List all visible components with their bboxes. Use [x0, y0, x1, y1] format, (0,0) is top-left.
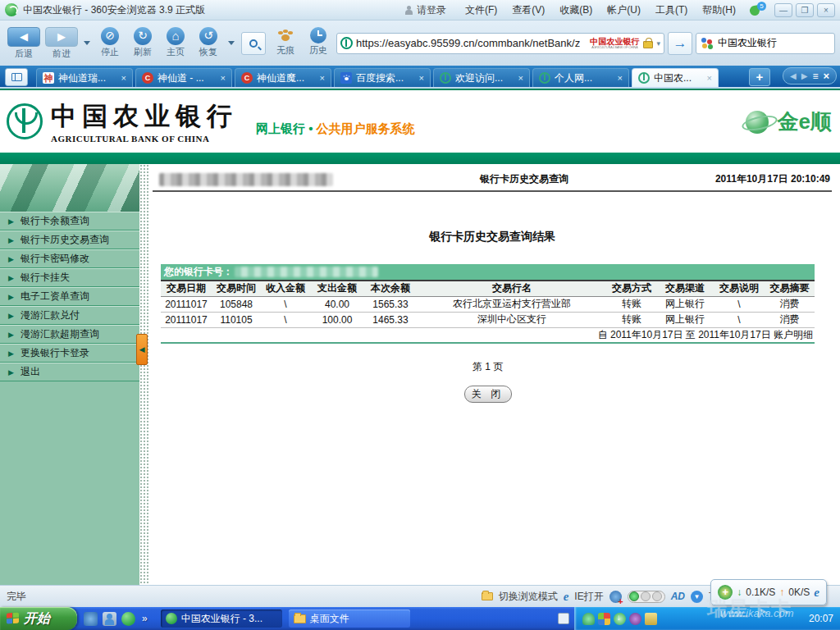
- download-speed-icon: ↓: [737, 587, 742, 598]
- task-360-icon: [166, 613, 177, 624]
- green-divider: [0, 153, 840, 164]
- arrow-icon: ▶: [8, 349, 14, 358]
- download-arrow-icon[interactable]: ▼: [691, 591, 703, 603]
- new-tab-button[interactable]: +: [749, 68, 770, 86]
- tab-close-icon[interactable]: ×: [419, 73, 424, 83]
- maximize-button[interactable]: ❐: [796, 3, 814, 17]
- language-indicator-icon[interactable]: [558, 613, 569, 624]
- start-button[interactable]: 开始: [0, 607, 77, 630]
- address-bar[interactable]: https://easyabc.95599.cn/commbank/netBan…: [336, 33, 664, 54]
- sidebar-item-card-loss[interactable]: ▶ 银行卡挂失: [0, 268, 139, 287]
- ad-filter-button[interactable]: AD: [671, 591, 685, 602]
- refresh-button[interactable]: ↻ 刷新: [128, 27, 158, 60]
- scroll-tabs-left-icon[interactable]: ◀: [790, 71, 797, 80]
- tab-favicon-icon: [340, 72, 352, 84]
- tray-antivirus-icon[interactable]: [582, 613, 595, 625]
- quick-launch-messenger-icon[interactable]: [103, 612, 116, 626]
- browser-toolbar: ◀ 后退 ▶ 前进 ⊘ 停止 ↻ 刷新 ⌂ 主页 ↺ 恢复 无痕 历史 http…: [0, 21, 840, 66]
- go-button[interactable]: →: [668, 32, 692, 55]
- taskbar-task-browser[interactable]: 中国农业银行 - 3...: [161, 609, 282, 628]
- quick-launch-360-icon[interactable]: [121, 612, 135, 626]
- menu-view[interactable]: 查看(V): [504, 3, 552, 17]
- switch-mode-button[interactable]: 切换浏览模式: [499, 590, 558, 604]
- network-doctor-icon[interactable]: [609, 591, 622, 603]
- sidebar-collapse-button[interactable]: ◀: [136, 334, 148, 365]
- menu-account[interactable]: 帐户(U): [600, 3, 648, 17]
- menu-favorites[interactable]: 收藏(B): [552, 3, 600, 17]
- tab-close-icon[interactable]: ×: [121, 73, 126, 83]
- notification-icon[interactable]: 5: [750, 3, 765, 16]
- sidebar-item-exit[interactable]: ▶ 退出: [0, 363, 139, 381]
- network-speed-popup: + ↓ 0.1K/S ↑ 0K/S e: [710, 579, 827, 605]
- sidebar-item-password-change[interactable]: ▶ 银行卡密码修改: [0, 249, 139, 268]
- home-icon: ⌂: [167, 27, 185, 45]
- sidebar-item-balance-query[interactable]: ▶ 银行卡余额查询: [0, 212, 139, 231]
- taskbar-clock: 20:07: [809, 613, 833, 624]
- arrow-icon: ▶: [8, 255, 14, 263]
- abc-bank-logo-icon: [7, 103, 43, 139]
- find-button[interactable]: [241, 32, 266, 55]
- tab-close-icon[interactable]: ×: [518, 73, 523, 83]
- speed-mode-toggle[interactable]: [628, 591, 665, 603]
- date-range-summary: 自 2011年10月17日 至 2011年10月17日 账户明细: [161, 327, 815, 343]
- sidebar-item-change-card[interactable]: ▶ 更换银行卡登录: [0, 344, 139, 363]
- ie-icon: e: [564, 590, 569, 604]
- close-tab-button[interactable]: ×: [823, 70, 829, 82]
- quick-launch-browser-icon[interactable]: [84, 612, 98, 626]
- stop-button[interactable]: ⊘ 停止: [95, 27, 125, 60]
- forward-button[interactable]: ▶ 前进: [44, 27, 79, 60]
- tab-close-icon[interactable]: ×: [707, 73, 712, 83]
- tab-list-button[interactable]: [5, 68, 28, 86]
- sidebar-item-remit-overdue[interactable]: ▶ 漫游汇款超期查询: [0, 325, 139, 344]
- tab-shenxiandao-2[interactable]: C 神仙道 - ... ×: [135, 68, 232, 87]
- windows-logo-icon: [7, 612, 20, 624]
- tab-close-icon[interactable]: ×: [320, 73, 325, 83]
- menu-help[interactable]: 帮助(H): [695, 3, 743, 17]
- accelerator-icon[interactable]: +: [718, 585, 733, 600]
- tab-close-icon[interactable]: ×: [618, 73, 623, 83]
- sidebar-item-history-query[interactable]: ▶ 银行卡历史交易查询: [0, 231, 139, 249]
- minimize-button[interactable]: —: [774, 3, 792, 17]
- close-window-button[interactable]: ×: [817, 3, 835, 17]
- sidebar-item-payslip-query[interactable]: ▶ 电子工资单查询: [0, 287, 139, 306]
- history-dropdown-icon[interactable]: [84, 41, 90, 45]
- tab-baidu-search[interactable]: 百度搜索... ×: [334, 68, 431, 87]
- tray-media-icon[interactable]: [629, 613, 641, 625]
- home-button[interactable]: ⌂ 主页: [161, 27, 190, 60]
- search-input[interactable]: 中国农业银行: [718, 36, 777, 50]
- tab-shenxiandao-1[interactable]: 神 神仙道瑞... ×: [36, 68, 133, 87]
- site-favicon-icon: [340, 37, 353, 49]
- open-in-ie-button[interactable]: IE打开: [574, 590, 603, 604]
- tab-menu-icon[interactable]: ≡: [812, 71, 818, 82]
- arrow-icon: ▶: [8, 274, 14, 282]
- sidebar-item-remit-cash[interactable]: ▶ 漫游汇款兑付: [0, 306, 139, 325]
- login-button[interactable]: 请登录: [404, 3, 446, 17]
- taskbar-task-desktop-files[interactable]: 桌面文件: [289, 609, 410, 628]
- tab-welcome[interactable]: 欢迎访问... ×: [433, 68, 530, 87]
- globe-swoosh-icon: [743, 108, 773, 135]
- tray-color-icon[interactable]: [598, 613, 610, 625]
- site-verify-badge: 中国农业银行 AGRICULTURAL BANK OF CHINA: [589, 38, 641, 49]
- quick-launch-expand-icon[interactable]: »: [142, 613, 148, 624]
- security-dropdown-icon[interactable]: ▾: [656, 39, 660, 48]
- tab-personal-bank[interactable]: 个人网... ×: [532, 68, 629, 87]
- tray-security-icon[interactable]: [645, 613, 657, 625]
- tray-download-icon[interactable]: [614, 613, 626, 625]
- tab-abc-active[interactable]: 中国农... ×: [632, 68, 719, 87]
- taskbar: 开始 » 中国农业银行 - 3... 桌面文件 20:07: [0, 607, 840, 630]
- tab-favicon-icon: [440, 72, 451, 84]
- menu-file[interactable]: 文件(F): [458, 3, 504, 17]
- search-box[interactable]: 中国农业银行: [696, 33, 835, 54]
- scroll-tabs-right-icon[interactable]: ▶: [801, 71, 808, 80]
- transaction-table: 交易日期 交易时间 收入金额 支出金额 本次余额 交易行名 交易方式 交易渠道 …: [161, 280, 815, 344]
- close-button[interactable]: 关 闭: [464, 386, 512, 403]
- history-button[interactable]: 历史: [304, 27, 333, 60]
- incognito-button[interactable]: 无痕: [271, 27, 300, 60]
- restore-session-button[interactable]: ↺ 恢复: [194, 27, 223, 60]
- restore-dropdown-icon[interactable]: [228, 41, 235, 45]
- tab-shenxiandao-3[interactable]: C 神仙道魔... ×: [235, 68, 331, 87]
- tab-favicon-icon: C: [142, 72, 153, 84]
- menu-tools[interactable]: 工具(T): [648, 3, 695, 17]
- back-button[interactable]: ◀ 后退: [7, 27, 41, 60]
- tab-close-icon[interactable]: ×: [221, 73, 226, 83]
